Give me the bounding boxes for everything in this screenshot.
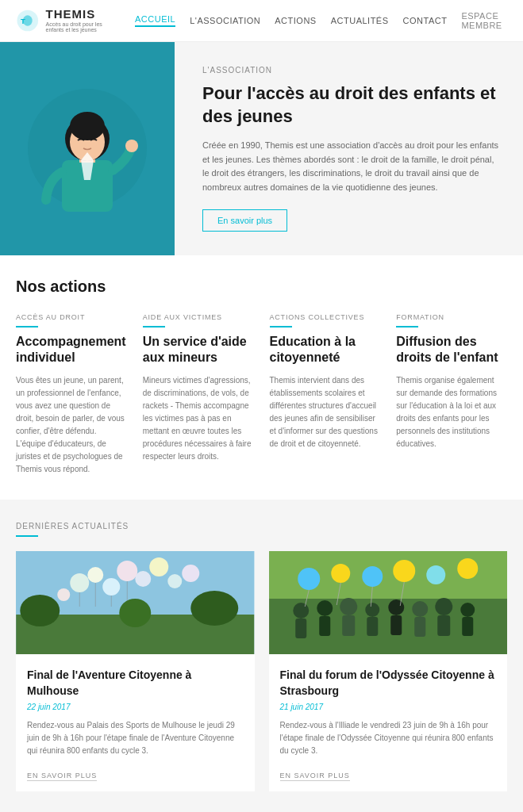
svg-rect-44 [437,615,450,636]
news-label: DERNIÈRES ACTUALITÉS [16,522,507,530]
action-category-1: AIDE AUX VICTIMES [143,313,254,321]
header: T THEMIS Accès au droit pour les enfants… [0,0,523,42]
svg-point-48 [331,564,350,583]
svg-point-31 [293,603,309,619]
hero-section: L'ASSOCIATION Pour l'accès au droit des … [0,42,523,255]
svg-point-12 [70,573,89,592]
svg-point-27 [119,599,151,627]
action-title-1: Un service d'aide aux mineurs [143,334,254,367]
news-card-0: Final de l'Aventure Citoyenne à Mulhouse… [16,551,255,791]
svg-point-26 [190,591,238,626]
action-divider-0 [16,326,38,327]
logo-title: THEMIS [46,8,119,21]
svg-point-52 [457,558,478,579]
svg-point-50 [393,560,415,582]
action-title-0: Accompagnement individuel [16,334,127,367]
action-divider-2 [270,326,292,327]
nav-item-contact[interactable]: CONTACT [403,16,448,25]
svg-point-43 [435,598,452,615]
action-desc-3: Themis organise également sur demande de… [396,374,507,450]
svg-point-13 [87,567,103,583]
svg-point-45 [460,603,475,617]
news-desc-0: Rendez-vous au Palais des Sports de Mulh… [27,719,244,757]
news-cta-1[interactable]: EN SAVOIR PLUS [280,772,350,781]
logo-subtitle: Accès au droit pour les enfants et les j… [46,21,119,33]
hero-label: L'ASSOCIATION [202,66,499,75]
svg-point-49 [362,566,383,587]
nav-item-association[interactable]: L'ASSOCIATION [190,16,260,25]
hero-cta-button[interactable]: En savoir plus [202,209,287,232]
svg-text:T: T [21,17,25,25]
news-body-0: Final de l'Aventure Citoyenne à Mulhouse… [16,657,255,791]
action-title-2: Education à la citoyenneté [270,334,381,367]
action-card-3: FORMATION Diffusion des droits de l'enfa… [396,313,507,477]
action-desc-2: Themis intervient dans des établissement… [270,374,381,450]
svg-point-37 [365,603,379,617]
action-category-3: FORMATION [396,313,507,321]
svg-point-14 [102,578,120,596]
svg-rect-36 [342,615,355,636]
nav-item-accueil[interactable]: ACCUEIL [135,14,175,27]
action-category-2: ACTIONS COLLECTIVES [270,313,381,321]
svg-point-17 [149,557,168,576]
hero-description: Créée en 1990, Themis est une associatio… [202,139,499,194]
svg-rect-40 [390,615,402,635]
news-date-1: 21 juin 2017 [280,703,497,711]
svg-point-19 [57,588,70,601]
svg-point-41 [412,601,428,617]
main-nav: ACCUEIL L'ASSOCIATION ACTIONS ACTUALITÉS… [135,11,507,30]
svg-point-8 [125,140,138,152]
news-image-0 [16,551,255,654]
svg-point-33 [317,600,333,616]
svg-point-51 [426,565,445,584]
svg-point-20 [182,565,199,582]
logo-icon: T [16,8,40,33]
action-card-1: AIDE AUX VICTIMES Un service d'aide aux … [143,313,254,477]
svg-point-15 [117,561,137,581]
nav-item-espace-membre[interactable]: ESPACE MEMBRE [461,11,507,30]
news-image-1 [269,551,508,654]
actions-title: Nos actions [16,278,507,296]
news-desc-1: Rendez-vous à l'Illiade le vendredi 23 j… [280,719,497,757]
news-date-0: 22 juin 2017 [27,703,244,711]
svg-point-18 [167,574,182,588]
action-title-3: Diffusion des droits de l'enfant [396,334,507,367]
news-divider [16,535,38,537]
hero-content: L'ASSOCIATION Pour l'accès au droit des … [175,42,523,255]
svg-point-25 [20,595,60,626]
news-title-1: Final du forum de l'Odyssée Citoyenne à … [280,668,497,699]
news-section: DERNIÈRES ACTUALITÉS [0,500,523,812]
nav-item-actualites[interactable]: ACTUALITÉS [331,16,389,25]
action-desc-1: Mineurs victimes d'agressions, de discri… [143,374,254,463]
news-cta-0[interactable]: EN SAVOIR PLUS [27,772,97,781]
action-category-0: ACCÈS AU DROIT [16,313,127,321]
svg-rect-42 [414,617,425,637]
svg-point-35 [340,598,357,615]
hero-illustration [0,42,175,255]
svg-point-39 [388,599,404,615]
news-grid: Final de l'Aventure Citoyenne à Mulhouse… [16,551,507,791]
logo[interactable]: T THEMIS Accès au droit pour les enfants… [16,8,119,33]
svg-point-16 [135,571,151,587]
actions-grid: ACCÈS AU DROIT Accompagnement individuel… [16,313,507,477]
action-card-0: ACCÈS AU DROIT Accompagnement individuel… [16,313,127,477]
nav-item-actions[interactable]: ACTIONS [275,16,316,25]
news-card-1: Final du forum de l'Odyssée Citoyenne à … [269,551,508,791]
hero-figure [24,77,151,220]
action-desc-0: Vous êtes un jeune, un parent, un profes… [16,374,127,476]
svg-point-7 [70,112,105,140]
svg-point-47 [298,568,320,590]
news-body-1: Final du forum de l'Odyssée Citoyenne à … [269,657,508,791]
svg-rect-38 [367,617,378,636]
svg-rect-46 [462,617,473,636]
actions-section: Nos actions ACCÈS AU DROIT Accompagnemen… [0,255,523,500]
action-divider-1 [143,326,165,327]
action-divider-3 [396,326,418,327]
news-title-0: Final de l'Aventure Citoyenne à Mulhouse [27,668,244,699]
hero-title: Pour l'accès au droit des enfants et des… [202,82,499,128]
svg-rect-34 [319,616,330,636]
action-card-2: ACTIONS COLLECTIVES Education à la citoy… [270,313,381,477]
svg-rect-32 [295,619,306,638]
